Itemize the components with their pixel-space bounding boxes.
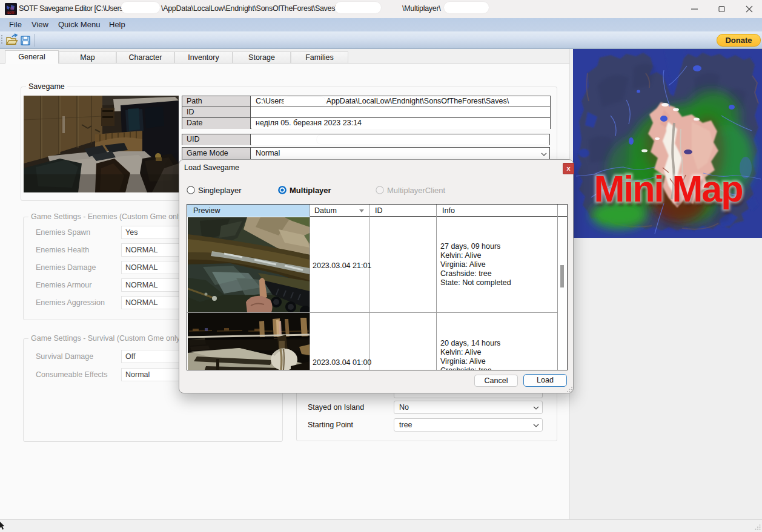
- svg-text:SOTF: SOTF: [7, 11, 15, 15]
- svg-text:Mini Map: Mini Map: [594, 168, 743, 209]
